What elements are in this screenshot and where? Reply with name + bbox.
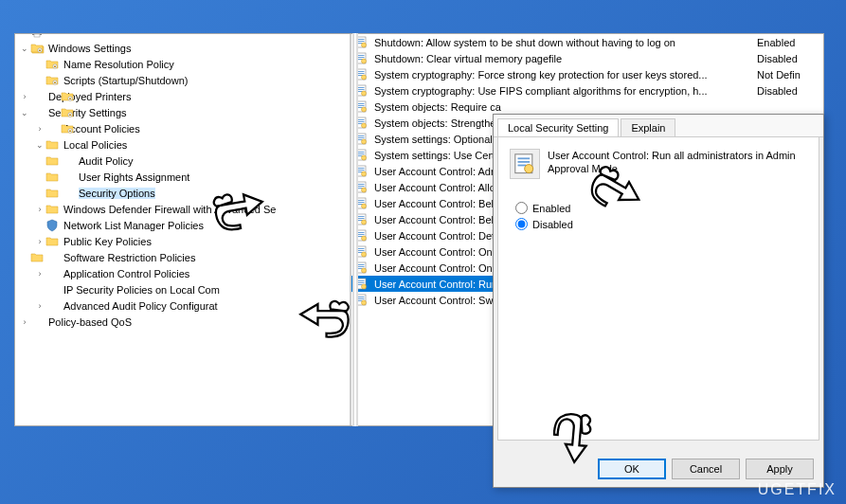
tree-software-restriction[interactable]: › Software Restriction Policies <box>19 249 346 265</box>
policy-name-label: System cryptography: Use FIPS compliant … <box>374 85 757 97</box>
policy-row[interactable]: Shutdown: Clear virtual memory pagefileD… <box>351 50 823 66</box>
radio-disabled-input[interactable] <box>515 218 528 230</box>
tree-network-list[interactable]: Network List Manager Policies <box>19 217 346 233</box>
policy-row[interactable]: Shutdown: Allow system to be shut down w… <box>351 34 823 50</box>
tree-panel: ⌄ Windows Settings Name Resolution Polic… <box>15 34 351 425</box>
policy-name-label: System cryptography: Force strong key pr… <box>374 69 757 81</box>
tree-label: Network List Manager Policies <box>63 220 204 231</box>
tree-label: Windows Settings <box>48 43 131 54</box>
tree-public-key[interactable]: › Public Key Policies <box>19 233 346 249</box>
radio-enabled[interactable]: Enabled <box>515 202 807 214</box>
tree-policy-based[interactable]: › Policy-based QoS <box>19 314 346 330</box>
folder-icon <box>30 315 45 329</box>
tree-label: Advanced Audit Policy Configurat <box>63 300 218 312</box>
tree-label: Public Key Policies <box>63 236 152 247</box>
tab-local-security-setting[interactable]: Local Security Setting <box>497 118 619 136</box>
ok-button[interactable]: OK <box>598 459 666 479</box>
radio-disabled-label: Disabled <box>532 219 573 230</box>
tab-explain[interactable]: Explain <box>621 118 675 136</box>
tree-label: Windows Defender Firewall with Advanced … <box>63 204 276 215</box>
policy-state-label: Disabled <box>757 53 823 64</box>
tree-scripts[interactable]: Scripts (Startup/Shutdown) <box>19 72 346 88</box>
tree-label: IP Security Policies on Local Com <box>63 284 220 296</box>
policy-name-label: Shutdown: Clear virtual memory pagefile <box>374 53 757 64</box>
dialog-tabs: Local Security Setting Explain <box>494 115 823 137</box>
cancel-button[interactable]: Cancel <box>672 459 740 479</box>
policy-row[interactable]: System cryptography: Use FIPS compliant … <box>351 82 823 99</box>
tree-windows-settings[interactable]: ⌄ Windows Settings <box>19 40 346 56</box>
tree-security-options[interactable]: › Security Options <box>19 185 346 201</box>
tree-ip-security[interactable]: IP Security Policies on Local Com <box>19 281 346 297</box>
properties-dialog: Local Security Setting Explain User Acco… <box>493 114 824 488</box>
tree-label: Application Control Policies <box>63 268 189 279</box>
tree-defender-firewall[interactable]: › Windows Defender Firewall with Advance… <box>19 201 346 217</box>
policy-state-label: Enabled <box>757 37 823 48</box>
tree-label: Software Restriction Policies <box>63 252 195 263</box>
policy-name-label: Shutdown: Allow system to be shut down w… <box>374 37 757 48</box>
policy-row[interactable]: System objects: Require ca <box>351 99 823 115</box>
tree-label: Security Options <box>79 188 155 199</box>
tree-label: Audit Policy <box>79 155 133 167</box>
tree-label: Policy-based QoS <box>48 316 132 328</box>
folder-lock-icon <box>30 106 45 119</box>
radio-disabled[interactable]: Disabled <box>515 218 807 230</box>
folder-lock-icon <box>61 187 76 200</box>
watermark: UGETFIX <box>758 481 837 498</box>
policy-large-icon <box>510 149 540 179</box>
radio-enabled-input[interactable] <box>515 202 528 214</box>
tree-label: User Rights Assignment <box>79 171 189 183</box>
tree-label: Name Resolution Policy <box>63 59 174 70</box>
policy-state-label: Disabled <box>757 85 823 97</box>
dialog-body: User Account Control: Run all administra… <box>497 137 819 441</box>
policy-state-label: Not Defin <box>757 69 823 81</box>
radio-enabled-label: Enabled <box>532 203 570 214</box>
tree-label: Scripts (Startup/Shutdown) <box>63 75 188 86</box>
tree-advanced-audit[interactable]: › Advanced Audit Policy Configurat <box>19 297 346 314</box>
policy-name-label: System objects: Require ca <box>374 101 757 113</box>
folder-icon <box>45 299 61 313</box>
dialog-policy-title: User Account Control: Run all administra… <box>548 149 807 176</box>
apply-button[interactable]: Apply <box>746 459 814 479</box>
tree-application-control[interactable]: › Application Control Policies <box>19 265 346 281</box>
policy-row[interactable]: System cryptography: Force strong key pr… <box>351 66 823 82</box>
tree-name-resolution[interactable]: Name Resolution Policy <box>19 56 346 72</box>
splitter[interactable] <box>352 33 358 426</box>
